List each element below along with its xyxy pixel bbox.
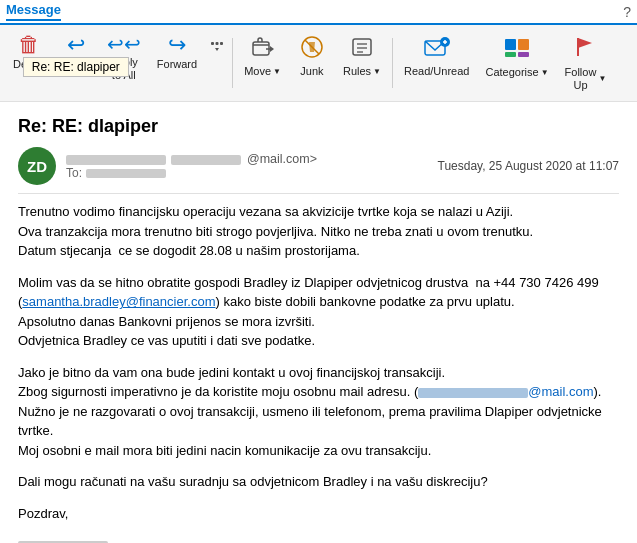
delete-icon: 🗑: [18, 34, 40, 56]
readunread-button[interactable]: Read/Unread: [397, 29, 476, 83]
svg-rect-0: [211, 42, 214, 45]
email-subject: Re: RE: dlapiper: [18, 116, 619, 137]
title-bar: Message ?: [0, 0, 637, 25]
email-link-bradley[interactable]: samantha.bradley@financier.com: [22, 294, 215, 309]
svg-rect-20: [518, 52, 529, 57]
rules-icon: [349, 34, 375, 63]
sender-email: @mail.com>: [66, 152, 428, 166]
svg-rect-17: [505, 39, 516, 50]
sender-name-redacted2: [171, 155, 241, 165]
svg-rect-1: [216, 42, 219, 45]
separator-2: [392, 38, 393, 88]
body-paragraph-3: Jako je bitno da vam ona bude jedini kon…: [18, 363, 619, 461]
forward-button[interactable]: ↪ Forward: [150, 29, 204, 76]
reply-all-label: Replyto All: [110, 56, 138, 82]
reply-all-button[interactable]: ↩↩ Replyto All: [100, 29, 148, 87]
avatar: ZD: [18, 147, 56, 185]
recipient-redacted: [86, 169, 166, 178]
rules-button[interactable]: Rules ▼: [336, 29, 388, 83]
to-label: To:: [66, 166, 82, 180]
body-paragraph-5: Pozdrav,: [18, 504, 619, 524]
email-domain-suffix: @mail.com: [528, 384, 593, 399]
junk-label: Junk: [300, 65, 323, 78]
personal-email-redacted: [418, 388, 528, 398]
body-paragraph-1: Trenutno vodimo financijsku operaciju ve…: [18, 202, 619, 261]
email-date: Tuesday, 25 August 2020 at 11:07: [438, 159, 619, 173]
svg-marker-5: [270, 46, 274, 52]
move-label: Move ▼: [244, 65, 281, 78]
readunread-icon: [423, 34, 451, 63]
reply-all-icon: ↩↩: [107, 34, 141, 54]
delete-button[interactable]: 🗑 Delete: [6, 29, 52, 76]
rules-label: Rules ▼: [343, 65, 381, 78]
move-icon: [250, 34, 276, 63]
junk-icon: [299, 34, 325, 63]
sender-email-domain: @mail.com>: [247, 152, 317, 166]
reply-icon: ↩: [67, 34, 85, 56]
body-signature: [18, 535, 619, 543]
more-respond-button[interactable]: [206, 29, 228, 63]
followup-icon: [572, 34, 598, 64]
reply-label: Reply: [62, 58, 90, 71]
sender-to: To:: [66, 166, 428, 180]
reply-button[interactable]: ↩ Reply: [54, 29, 98, 76]
body-paragraph-4: Dali mogu računati na vašu suradnju sa o…: [18, 472, 619, 492]
svg-rect-2: [220, 42, 223, 45]
more-respond-icon: [209, 34, 225, 56]
categorise-button[interactable]: Categorise ▼: [478, 29, 555, 84]
email-divider: [18, 193, 619, 194]
forward-label: Forward: [157, 58, 197, 71]
toolbar: 🗑 Delete ↩ Reply Re: RE: dlapiper ↩↩ Rep…: [0, 25, 637, 102]
forward-icon: ↪: [168, 34, 186, 56]
window-title: Message: [6, 2, 61, 21]
separator-1: [232, 38, 233, 88]
body-paragraph-2: Molim vas da se hitno obratite gospodi B…: [18, 273, 619, 351]
svg-rect-18: [518, 39, 529, 50]
reply-tooltip-wrapper: ↩ Reply Re: RE: dlapiper: [54, 29, 98, 76]
email-body: Trenutno vodimo financijsku operaciju ve…: [18, 202, 619, 543]
categorise-icon: [503, 34, 531, 64]
sender-info: @mail.com> To:: [66, 152, 428, 180]
followup-label: FollowUp ▼: [565, 66, 607, 92]
svg-marker-22: [578, 38, 592, 48]
readunread-label: Read/Unread: [404, 65, 469, 78]
move-button[interactable]: Move ▼: [237, 29, 288, 83]
help-icon[interactable]: ?: [623, 4, 631, 20]
followup-button[interactable]: FollowUp ▼: [558, 29, 614, 97]
svg-marker-3: [215, 48, 219, 51]
junk-button[interactable]: Junk: [290, 29, 334, 83]
email-meta: ZD @mail.com> To: Tuesday, 25 August 202…: [18, 147, 619, 185]
email-container: Re: RE: dlapiper ZD @mail.com> To: Tuesd…: [0, 102, 637, 543]
categorise-label: Categorise ▼: [485, 66, 548, 79]
delete-label: Delete: [13, 58, 45, 71]
svg-rect-19: [505, 52, 516, 57]
sender-name-redacted: [66, 155, 166, 165]
